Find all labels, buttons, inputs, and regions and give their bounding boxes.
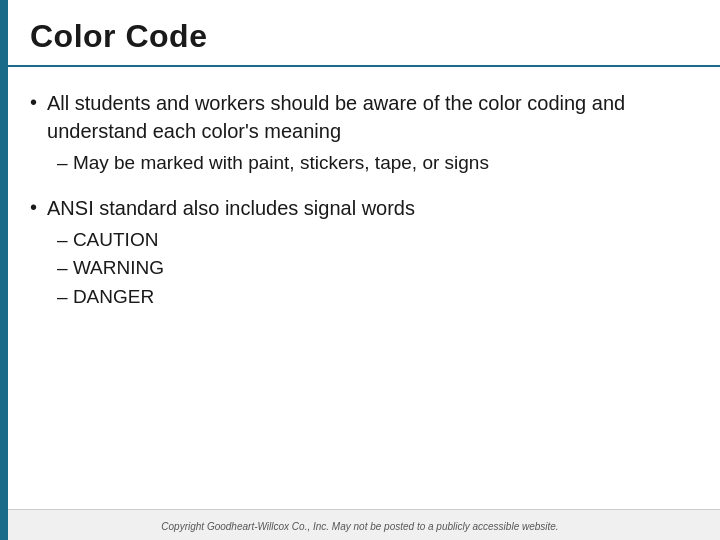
bullet-item-1: • All students and workers should be awa… [30,89,690,178]
slide-header: Color Code [0,0,720,67]
bullet-item-2: • ANSI standard also includes signal wor… [30,194,690,312]
sub-item-2-2: DANGER [57,283,690,312]
bullet-text-block-2: ANSI standard also includes signal words… [47,194,690,312]
slide-footer: Copyright Goodheart-Willcox Co., Inc. Ma… [0,509,720,540]
sub-item-2-0: CAUTION [57,226,690,255]
sub-item-2-1: WARNING [57,254,690,283]
sub-item-1-0: May be marked with paint, stickers, tape… [57,149,690,178]
bullet-main-text-2: ANSI standard also includes signal words [47,194,690,222]
bullet-main-text-1: All students and workers should be aware… [47,89,690,145]
left-accent-bar [0,0,8,540]
bullet-dot-1: • [30,91,37,114]
copyright-text: Copyright Goodheart-Willcox Co., Inc. Ma… [161,521,558,532]
slide: Color Code • All students and workers sh… [0,0,720,540]
bullet-dot-2: • [30,196,37,219]
slide-content: • All students and workers should be awa… [0,67,720,509]
bullet-text-block-1: All students and workers should be aware… [47,89,690,178]
slide-title: Color Code [30,18,690,55]
